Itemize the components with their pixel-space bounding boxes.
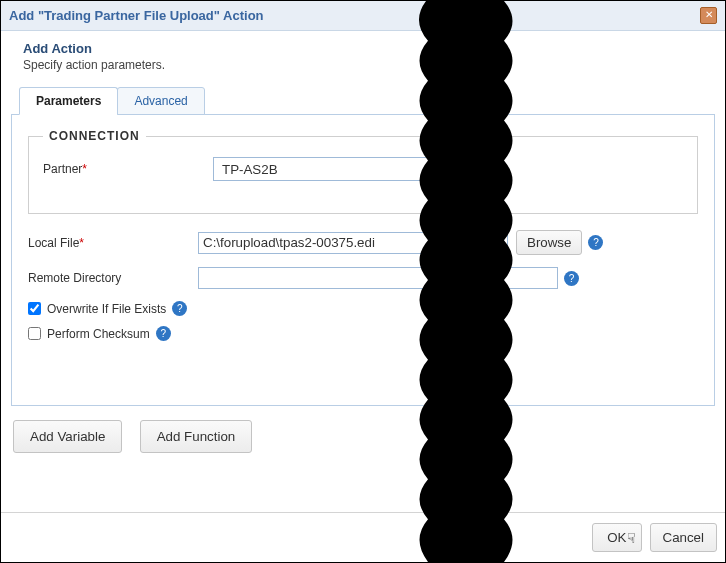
section-subheading: Specify action parameters. [23, 58, 715, 72]
checksum-label: Perform Checksum [47, 327, 150, 341]
help-icon[interactable]: ? [564, 271, 579, 286]
add-variable-button[interactable]: Add Variable [13, 420, 122, 453]
remote-dir-row: Remote Directory ? [28, 267, 698, 289]
tabs: Parameters Advanced [19, 86, 715, 114]
toolbar-extra: Add Variable Add Function [13, 420, 715, 453]
browse-button[interactable]: Browse [516, 230, 582, 255]
local-file-row: Local File* Browse ? [28, 230, 698, 255]
local-file-label: Local File* [28, 236, 198, 250]
section-heading: Add Action [23, 41, 715, 56]
ok-button[interactable]: OK [592, 523, 641, 552]
overwrite-checkbox[interactable] [28, 302, 41, 315]
titlebar: Add "Trading Partner File Upload" Action… [1, 1, 725, 31]
required-mark: * [79, 236, 84, 250]
help-icon[interactable]: ? [588, 235, 603, 250]
tab-advanced[interactable]: Advanced [117, 87, 204, 115]
connection-legend: CONNECTION [43, 129, 146, 143]
help-icon[interactable]: ? [156, 326, 171, 341]
remote-dir-input[interactable] [198, 267, 558, 289]
overwrite-row: Overwrite If File Exists ? [28, 301, 698, 316]
partner-select[interactable]: TP-AS2B [213, 157, 438, 181]
partner-row: Partner* TP-AS2B ? [43, 157, 683, 181]
required-mark: * [82, 162, 87, 176]
cancel-button[interactable]: Cancel [650, 523, 718, 552]
overwrite-label: Overwrite If File Exists [47, 302, 166, 316]
partner-label-text: Partner [43, 162, 82, 176]
dialog-body: Add Action Specify action parameters. Pa… [1, 31, 725, 512]
connection-group: CONNECTION Partner* TP-AS2B ? [28, 129, 698, 214]
help-icon[interactable]: ? [172, 301, 187, 316]
local-file-label-text: Local File [28, 236, 79, 250]
checksum-checkbox[interactable] [28, 327, 41, 340]
dialog-add-action: Add "Trading Partner File Upload" Action… [0, 0, 726, 563]
checksum-row: Perform Checksum ? [28, 326, 698, 341]
remote-dir-label: Remote Directory [28, 271, 198, 285]
add-function-button[interactable]: Add Function [140, 420, 253, 453]
tabpanel-parameters: CONNECTION Partner* TP-AS2B ? Local File… [11, 114, 715, 406]
partner-label: Partner* [43, 162, 213, 176]
close-icon[interactable]: ✕ [700, 7, 717, 24]
help-icon[interactable]: ? [444, 162, 459, 177]
local-file-input[interactable] [198, 232, 508, 254]
dialog-title: Add "Trading Partner File Upload" Action [9, 8, 264, 23]
dialog-footer: OK ☟ Cancel [1, 512, 725, 562]
ok-area: OK ☟ [592, 523, 641, 552]
tab-parameters[interactable]: Parameters [19, 87, 118, 115]
